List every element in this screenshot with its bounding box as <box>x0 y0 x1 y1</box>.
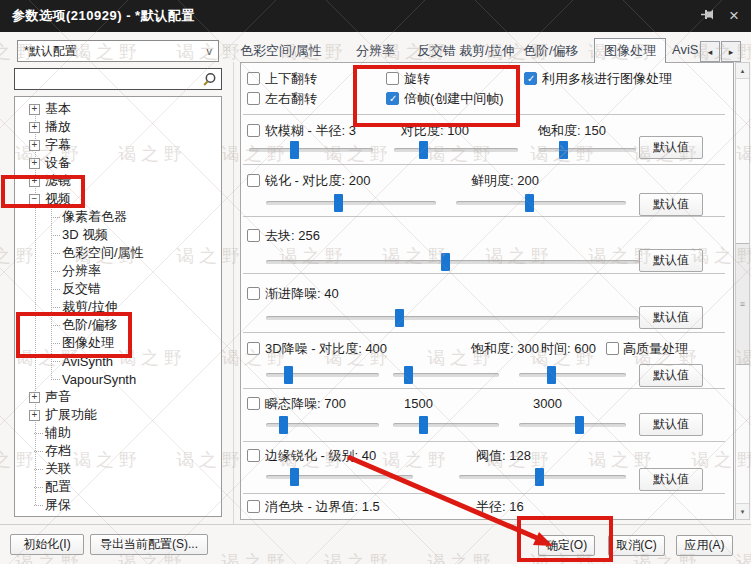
denoise-3d-time-slider[interactable] <box>519 373 626 377</box>
slider-thumb[interactable] <box>419 141 428 159</box>
gradual-denoise-default-button[interactable]: 默认值 <box>639 306 703 329</box>
slider-thumb[interactable] <box>559 141 568 159</box>
sidebar-item-device[interactable]: 设备 <box>15 154 221 172</box>
sidebar-item-playback[interactable]: 播放 <box>15 118 221 136</box>
search-input[interactable] <box>19 70 203 90</box>
tab-image-processing[interactable]: 图像处理 <box>594 38 666 63</box>
sidebar-item-pixel-shader[interactable]: 像素着色器 <box>15 208 221 226</box>
soft-blur-contrast-slider[interactable] <box>394 148 518 152</box>
soft-blur-checkbox[interactable] <box>247 124 260 137</box>
denoise-3d-saturation-slider[interactable] <box>393 373 499 377</box>
slider-thumb[interactable] <box>419 416 428 434</box>
export-config-button[interactable]: 导出当前配置(S)... <box>90 534 208 555</box>
profile-dropdown[interactable]: *默认配置 v <box>17 40 219 62</box>
temporal-denoise-slider-2[interactable] <box>393 423 499 427</box>
expand-icon[interactable] <box>29 104 40 115</box>
sidebar-item-levels-offset[interactable]: 色阶/偏移 <box>15 316 221 334</box>
gradual-denoise-slider[interactable] <box>266 316 639 320</box>
temporal-denoise-default-button[interactable]: 默认值 <box>639 413 703 436</box>
soft-blur-default-button[interactable]: 默认值 <box>639 136 703 159</box>
soft-blur-radius-slider[interactable] <box>249 148 373 152</box>
sidebar-item-video[interactable]: 视频 <box>15 190 221 208</box>
collapse-icon[interactable] <box>29 194 40 205</box>
multicore-checkbox[interactable] <box>524 72 537 85</box>
sidebar-item-archive[interactable]: 存档 <box>15 442 221 460</box>
edge-sharpen-checkbox[interactable] <box>247 449 260 462</box>
sidebar-item-misc[interactable]: 辅助 <box>15 424 221 442</box>
slider-thumb[interactable] <box>290 141 299 159</box>
scroll-up-icon[interactable]: ▴ <box>736 63 749 79</box>
sidebar-item-resolution[interactable]: 分辨率 <box>15 262 221 280</box>
slider-thumb[interactable] <box>284 366 293 384</box>
tab-colorspace[interactable]: 色彩空间/属性 <box>240 42 322 60</box>
tab-crop-stretch[interactable]: 裁剪/拉伸 <box>459 42 515 60</box>
slider-thumb[interactable] <box>441 253 450 271</box>
sidebar-item-basic[interactable]: 基本 <box>15 100 221 118</box>
sidebar-item-image-processing[interactable]: 图像处理 <box>15 334 221 352</box>
apply-button[interactable]: 应用(A) <box>676 535 733 556</box>
slider-thumb[interactable] <box>404 366 413 384</box>
flip-vertical-checkbox[interactable] <box>247 72 260 85</box>
sharpen-checkbox[interactable] <box>247 174 260 187</box>
rotate-checkbox[interactable] <box>386 72 399 85</box>
cancel-button[interactable]: 取消(C) <box>608 535 665 556</box>
edge-sharpen-level-slider[interactable] <box>266 475 413 479</box>
close-icon[interactable]: × <box>729 8 739 24</box>
slider-thumb[interactable] <box>279 416 288 434</box>
expand-icon[interactable] <box>29 392 40 403</box>
denoise-3d-checkbox[interactable] <box>247 342 260 355</box>
denoise-3d-default-button[interactable]: 默认值 <box>639 364 703 387</box>
scrollbar-thumb[interactable]: ≡ <box>736 243 749 365</box>
tab-scroll-left-button[interactable]: ◂ <box>700 41 720 62</box>
deblock-checkbox[interactable] <box>247 229 260 242</box>
tab-levels-offset[interactable]: 色阶/偏移 <box>523 42 579 60</box>
expand-icon[interactable] <box>29 140 40 151</box>
sidebar-item-colorspace[interactable]: 色彩空间/属性 <box>15 244 221 262</box>
sidebar-item-subtitles[interactable]: 字幕 <box>15 136 221 154</box>
sidebar-item-crop-stretch[interactable]: 裁剪/拉伸 <box>15 298 221 316</box>
sidebar-item-extensions[interactable]: 扩展功能 <box>15 406 221 424</box>
slider-thumb[interactable] <box>547 366 556 384</box>
edge-sharpen-default-button[interactable]: 默认值 <box>639 468 703 491</box>
flip-horizontal-checkbox[interactable] <box>247 92 260 105</box>
slider-thumb[interactable] <box>395 309 404 327</box>
pin-icon[interactable] <box>700 7 715 26</box>
sharpen-contrast-slider[interactable] <box>266 201 436 205</box>
slider-thumb[interactable] <box>334 194 343 212</box>
sidebar-item-config[interactable]: 配置 <box>15 478 221 496</box>
sidebar-item-3d-video[interactable]: 3D 视频 <box>15 226 221 244</box>
sidebar-item-screensaver[interactable]: 屏保 <box>15 496 221 514</box>
hq-processing-checkbox[interactable] <box>606 342 619 355</box>
sidebar-item-avisynth[interactable]: AviSynth <box>15 352 221 370</box>
initialize-button[interactable]: 初始化(I) <box>10 534 84 555</box>
expand-icon[interactable] <box>29 410 40 421</box>
expand-icon[interactable] <box>29 122 40 133</box>
sidebar-item-filters[interactable]: 滤镜 <box>15 172 221 190</box>
content-scrollbar[interactable]: ▴ ≡ ▾ <box>735 62 750 520</box>
tab-scroll-right-button[interactable]: ▸ <box>721 41 741 62</box>
temporal-denoise-slider-1[interactable] <box>266 423 379 427</box>
denoise-3d-contrast-slider[interactable] <box>266 373 379 377</box>
tab-avisynth[interactable]: AviS <box>672 42 699 57</box>
expand-icon[interactable] <box>29 176 40 187</box>
slider-thumb[interactable] <box>575 416 584 434</box>
sidebar-item-vapoursynth[interactable]: VapourSynth <box>15 370 221 388</box>
deblock-default-button[interactable]: 默认值 <box>639 249 703 272</box>
slider-thumb[interactable] <box>535 468 544 486</box>
edge-sharpen-threshold-slider[interactable] <box>459 475 626 479</box>
gradual-denoise-checkbox[interactable] <box>247 287 260 300</box>
deband-checkbox[interactable] <box>247 500 260 513</box>
sharpen-default-button[interactable]: 默认值 <box>639 193 703 216</box>
slider-thumb[interactable] <box>525 194 534 212</box>
slider-thumb[interactable] <box>290 468 299 486</box>
temporal-denoise-slider-3[interactable] <box>519 423 626 427</box>
tab-resolution[interactable]: 分辨率 <box>356 42 395 60</box>
frame-doubling-checkbox[interactable] <box>386 92 399 105</box>
sharpen-clarity-slider[interactable] <box>456 201 626 205</box>
soft-blur-saturation-slider[interactable] <box>539 148 636 152</box>
deblock-slider[interactable] <box>266 260 639 264</box>
tab-deinterlace[interactable]: 反交错 <box>417 42 456 60</box>
sidebar-item-audio[interactable]: 声音 <box>15 388 221 406</box>
temporal-denoise-checkbox[interactable] <box>247 397 260 410</box>
scroll-down-icon[interactable]: ▾ <box>736 503 749 519</box>
